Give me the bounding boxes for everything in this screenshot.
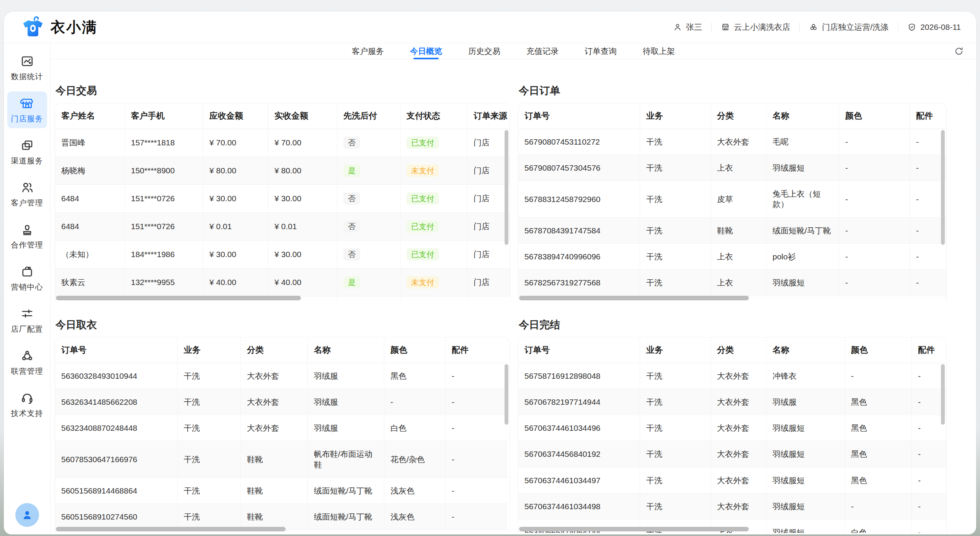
sidebar-item-label: 客户管理 bbox=[7, 198, 47, 208]
operation-mode[interactable]: 门店独立运营/洗涤 bbox=[807, 22, 890, 33]
vertical-scrollbar[interactable] bbox=[941, 364, 945, 425]
refresh-button[interactable] bbox=[954, 46, 964, 56]
bag-icon bbox=[20, 265, 34, 279]
sidebar-item-marketing-center[interactable]: 营销中心 bbox=[7, 260, 47, 297]
tab-today-overview[interactable]: 今日概览 bbox=[409, 43, 443, 59]
column-header: 实收金额 bbox=[268, 103, 337, 129]
table-row: 56051568914468864干洗鞋靴绒面短靴/马丁靴浅灰色- bbox=[55, 478, 508, 504]
stamp-icon bbox=[20, 223, 34, 236]
table-cell: 晋国峰 bbox=[55, 129, 125, 157]
table-cell: 未支付 bbox=[400, 269, 467, 297]
tab-customer-service[interactable]: 客户服务 bbox=[351, 43, 385, 59]
sidebar-item-label: 合作管理 bbox=[7, 240, 47, 250]
table-cell: - bbox=[839, 270, 910, 296]
sidebar-item-store-config[interactable]: 店厂配置 bbox=[7, 302, 47, 339]
table-cell: 绒面短靴/马丁靴 bbox=[308, 478, 384, 504]
user-avatar[interactable] bbox=[15, 503, 39, 527]
status-badge: 已支付 bbox=[407, 192, 439, 205]
users-icon bbox=[20, 181, 34, 194]
sidebar-item-tech-support[interactable]: 技术支持 bbox=[7, 386, 47, 423]
table-row: 56706782197714944干洗大衣外套羽绒服黑色- bbox=[518, 389, 947, 415]
table-cell: 56706782197714944 bbox=[518, 389, 640, 415]
table-cell: 羽绒服短 bbox=[766, 441, 845, 467]
table-row: 56360328493010944干洗大衣外套羽绒服黑色- bbox=[55, 363, 508, 389]
table-cell: 是 bbox=[337, 269, 400, 297]
tab-pending-rack[interactable]: 待取上架 bbox=[642, 43, 676, 59]
sidebar-item-partner-mgmt[interactable]: 合作管理 bbox=[7, 218, 47, 254]
windows-icon bbox=[20, 138, 34, 152]
current-user[interactable]: 张三 bbox=[671, 22, 704, 33]
horizontal-scrollbar[interactable] bbox=[519, 296, 749, 300]
horizontal-scrollbar[interactable] bbox=[56, 527, 286, 531]
table-cell: 门店 bbox=[467, 297, 510, 302]
table-cell: - bbox=[912, 520, 947, 533]
table-cell: - bbox=[446, 441, 508, 478]
sidebar-item-label: 联营管理 bbox=[7, 366, 47, 376]
column-header: 分类 bbox=[711, 103, 766, 129]
table-cell: 否 bbox=[337, 129, 400, 157]
table-cell: 干洗 bbox=[178, 363, 241, 389]
table-cell: 56360328493010944 bbox=[55, 363, 178, 389]
table-row: 56323408870248448干洗大衣外套羽绒服白色- bbox=[55, 415, 508, 441]
table-row: 6484151****0726¥ 30.00¥ 30.00否已支付门店 bbox=[55, 185, 510, 213]
sidebar-item-store-services[interactable]: 门店服务 bbox=[7, 91, 47, 128]
table-cell: 鞋靴 bbox=[241, 441, 308, 478]
table-cell: ¥ 30.00 bbox=[203, 241, 268, 269]
column-header: 客户手机 bbox=[125, 103, 203, 129]
vertical-scrollbar[interactable] bbox=[941, 130, 945, 245]
column-header: 客户姓名 bbox=[55, 103, 125, 129]
table-cell: - bbox=[845, 494, 912, 520]
table-cell: 大衣外套 bbox=[711, 389, 766, 415]
table-cell: 干洗 bbox=[178, 389, 241, 415]
table-cell: 151****0726 bbox=[125, 213, 203, 241]
app-title: 衣小满 bbox=[51, 18, 98, 37]
table-cell: - bbox=[839, 218, 910, 244]
sidebar-item-label: 营销中心 bbox=[7, 282, 47, 292]
app-logo-icon bbox=[21, 15, 45, 39]
table-cell: 干洗 bbox=[640, 441, 711, 467]
avatar-person-icon bbox=[21, 508, 34, 521]
sidebar-item-alliance-mgmt[interactable]: 联营管理 bbox=[7, 344, 47, 381]
column-header: 名称 bbox=[766, 337, 845, 363]
column-header: 订单号 bbox=[55, 337, 178, 363]
status-badge: 未支付 bbox=[407, 165, 439, 177]
column-header: 分类 bbox=[241, 337, 308, 363]
column-header: 业务 bbox=[640, 337, 711, 363]
status-badge: 否 bbox=[343, 192, 360, 205]
table-header-row: 客户姓名客户手机应收金额实收金额先洗后付支付状态订单来源 bbox=[55, 103, 510, 129]
current-store[interactable]: 云上小满洗衣店 bbox=[719, 22, 792, 33]
divider bbox=[711, 23, 712, 32]
table-cell: 上衣 bbox=[711, 244, 766, 270]
table-cell: 56706374461034497 bbox=[518, 468, 640, 494]
window-body: 数据统计 门店服务 渠道服务 bbox=[4, 43, 976, 534]
panel-today-pickup: 今日取衣 订单号业务分类名称颜色配件56360328493010944干洗大衣外… bbox=[55, 319, 510, 533]
sidebar-item-channel-services[interactable]: 渠道服务 bbox=[7, 134, 47, 170]
horizontal-scrollbar[interactable] bbox=[56, 296, 301, 300]
vertical-scrollbar[interactable] bbox=[505, 364, 508, 425]
today-pickup-table: 订单号业务分类名称颜色配件56360328493010944干洗大衣外套羽绒服黑… bbox=[55, 337, 510, 533]
sidebar-item-data-stats[interactable]: 数据统计 bbox=[7, 49, 47, 86]
vertical-scrollbar[interactable] bbox=[505, 130, 508, 245]
divider bbox=[799, 23, 800, 32]
column-header: 配件 bbox=[446, 337, 508, 363]
table-cell: 冲锋衣 bbox=[766, 363, 845, 389]
table-cell: - bbox=[839, 181, 910, 218]
tab-order-query[interactable]: 订单查询 bbox=[584, 43, 617, 59]
column-header: 颜色 bbox=[384, 337, 446, 363]
horizontal-scrollbar[interactable] bbox=[519, 527, 749, 531]
tab-history-transactions[interactable]: 历史交易 bbox=[467, 43, 501, 59]
tab-recharge-records[interactable]: 充值记录 bbox=[526, 43, 559, 59]
table-row: 狄素云132****9955¥ 40.00¥ 40.00是未支付门店 bbox=[55, 269, 510, 297]
table-cell: 羽绒服短 bbox=[766, 520, 845, 533]
table-row: 56758716912898048干洗大衣外套冲锋衣-- bbox=[518, 363, 947, 389]
column-header: 支付状态 bbox=[400, 103, 467, 129]
table-cell: ¥ 80.00 bbox=[203, 157, 268, 185]
table-cell: 干洗 bbox=[640, 244, 711, 270]
table-cell: 大衣外套 bbox=[711, 468, 766, 494]
app-window: 衣小满 张三 云上小满洗衣店 bbox=[4, 11, 976, 534]
table-cell: 56790807457304576 bbox=[518, 155, 640, 181]
table-cell: 干洗 bbox=[640, 218, 711, 244]
sidebar-item-customer-mgmt[interactable]: 客户管理 bbox=[7, 176, 47, 212]
table-cell: 184****1986 bbox=[125, 241, 203, 269]
table-cell: ¥ 30.00 bbox=[268, 241, 337, 269]
